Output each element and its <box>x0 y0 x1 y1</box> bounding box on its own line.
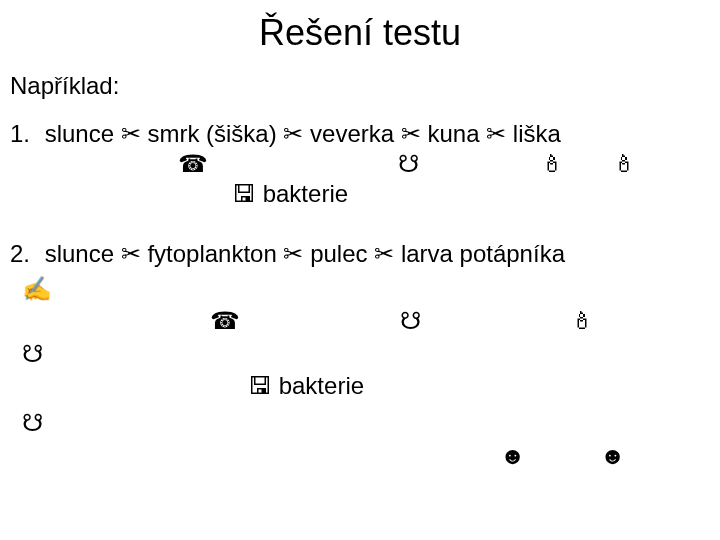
write-icon: ✍ <box>22 275 52 302</box>
chain-2-symbols: ☎ ☋ 🕯 <box>0 307 720 341</box>
chain-1: 1. slunce ✂ smrk (šiška) ✂ veverka ✂ kun… <box>0 120 720 150</box>
chain-1-word-4: kuna <box>427 120 479 147</box>
chain-1-word-1: slunce <box>45 120 114 147</box>
bacteria-row-2: 🖫 bakterie <box>0 372 720 406</box>
arrow-icon: ✂ <box>121 120 141 148</box>
bacteria-label: bakterie <box>279 372 364 399</box>
chain-1-word-2: smrk (šiška) <box>147 120 276 147</box>
bottom-symbols: ☻ ☻ <box>0 442 720 470</box>
bacteria-row-1: 🖫 bakterie <box>0 180 720 222</box>
left-wave-icon-2: ☋ <box>0 404 720 441</box>
arrow-icon: ✂ <box>121 240 141 268</box>
chain-2-word-2: fytoplankton <box>147 240 276 267</box>
face-icon: ☻ <box>500 442 525 470</box>
arrow-icon: ✂ <box>283 240 303 268</box>
arrow-icon: ✂ <box>401 120 421 148</box>
arrow-icon: ✂ <box>374 240 394 268</box>
drop-icon: 🕯 <box>540 150 564 178</box>
wave-icon: ☋ <box>22 340 43 367</box>
chain-2-word-3: pulec <box>310 240 367 267</box>
chain-1-number: 1. <box>10 120 38 148</box>
left-write-icon: ✍ <box>0 270 720 307</box>
face-icon: ☻ <box>600 442 625 470</box>
save-icon: 🖫 <box>248 372 272 399</box>
chain-1-word-3: veverka <box>310 120 394 147</box>
chain-2-word-1: slunce <box>45 240 114 267</box>
arrow-icon: ✂ <box>486 120 506 148</box>
save-icon: 🖫 <box>232 180 256 207</box>
arrow-icon: ✂ <box>283 120 303 148</box>
bacteria-label: bakterie <box>263 180 348 207</box>
page-title: Řešení testu <box>0 0 720 72</box>
chain-2: 2. slunce ✂ fytoplankton ✂ pulec ✂ larva… <box>0 240 720 270</box>
wave-icon: ☋ <box>400 307 421 335</box>
drop-icon: 🕯 <box>570 307 594 335</box>
phone-icon: ☎ <box>178 150 208 178</box>
chain-1-word-5: liška <box>513 120 561 147</box>
chain-2-word-4: larva potápníka <box>401 240 565 267</box>
wave-icon: ☋ <box>22 409 43 436</box>
drop-icon: 🕯 <box>612 150 636 178</box>
chain-2-number: 2. <box>10 240 38 268</box>
page: Řešení testu Například: 1. slunce ✂ smrk… <box>0 0 720 540</box>
example-label: Například: <box>0 72 720 120</box>
wave-icon: ☋ <box>398 150 419 178</box>
chain-1-symbols: ☎ ☋ 🕯 🕯 <box>0 150 720 180</box>
phone-icon: ☎ <box>210 307 240 335</box>
